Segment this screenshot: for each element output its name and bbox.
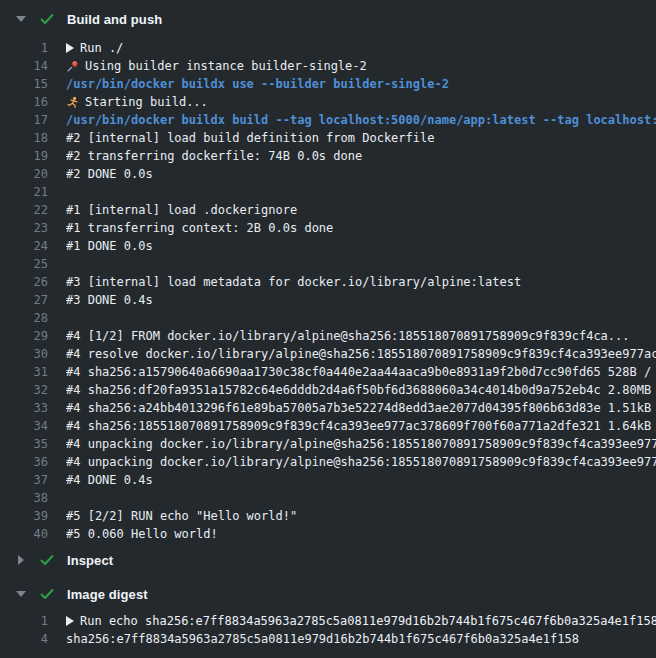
chevron-down-icon[interactable] [15,591,27,597]
log-text: Run echo sha256:e7ff8834a5963a2785c5a081… [80,614,656,628]
log-line: 29#4 [1/2] FROM docker.io/library/alpine… [0,327,656,345]
log-line: 20#2 DONE 0.0s [0,165,656,183]
log-text: #4 resolve docker.io/library/alpine@sha2… [66,347,656,361]
log-line-content: Starting build... [66,95,656,109]
line-number[interactable]: 33 [0,401,48,415]
line-number[interactable]: 28 [0,311,48,325]
line-number[interactable]: 19 [0,149,48,163]
line-number[interactable]: 25 [0,257,48,271]
log-line-content: #2 transferring dockerfile: 74B 0.0s don… [66,149,656,163]
line-number[interactable]: 29 [0,329,48,343]
log-text: #3 [internal] load metadata for docker.i… [66,275,521,289]
log-line: 31#4 sha256:a15790640a6690aa1730c38cf0a4… [0,363,656,381]
log-line-content: #3 [internal] load metadata for docker.i… [66,275,656,289]
line-number[interactable]: 18 [0,131,48,145]
pushpin-icon [66,60,79,73]
play-icon[interactable] [66,43,74,53]
log-line: 36#4 unpacking docker.io/library/alpine@… [0,453,656,471]
log-line-content: #4 sha256:185518070891758909c9f839cf4ca3… [66,419,656,433]
log-line: 18#2 [internal] load build definition fr… [0,129,656,147]
line-number[interactable]: 34 [0,419,48,433]
line-number[interactable]: 35 [0,437,48,451]
line-number[interactable]: 40 [0,527,48,541]
log-line-content: /usr/bin/docker buildx build --tag local… [66,113,656,127]
log-line-content: #5 0.060 Hello world! [66,527,656,541]
log-block-image-digest: 1Run echo sha256:e7ff8834a5963a2785c5a08… [0,612,656,648]
log-text: /usr/bin/docker buildx build --tag local… [66,113,656,127]
line-number[interactable]: 16 [0,95,48,109]
line-number[interactable]: 26 [0,275,48,289]
section-title: Image digest [67,587,148,602]
chevron-right-icon[interactable] [15,555,27,565]
success-check-icon [39,552,55,568]
line-number[interactable]: 30 [0,347,48,361]
section-header-image-digest[interactable]: Image digest [0,583,656,605]
log-line: 19#2 transferring dockerfile: 74B 0.0s d… [0,147,656,165]
log-line-content: #1 [internal] load .dockerignore [66,203,656,217]
line-number[interactable]: 39 [0,509,48,523]
log-line-content: #2 [internal] load build definition from… [66,131,656,145]
log-text: #1 transferring context: 2B 0.0s done [66,221,333,235]
log-line: 38 [0,489,656,507]
line-number[interactable]: 20 [0,167,48,181]
line-number[interactable]: 21 [0,185,48,199]
line-number[interactable]: 14 [0,59,48,73]
log-line-content: #4 unpacking docker.io/library/alpine@sh… [66,455,656,469]
log-line: 23#1 transferring context: 2B 0.0s done [0,219,656,237]
line-number[interactable]: 23 [0,221,48,235]
log-line-content: #4 DONE 0.4s [66,473,656,487]
actions-log-viewer: Build and push1Run ./14Using builder ins… [0,0,656,658]
log-line: 17/usr/bin/docker buildx build --tag loc… [0,111,656,129]
log-line-content: #4 unpacking docker.io/library/alpine@sh… [66,437,656,451]
line-number[interactable]: 1 [0,614,48,628]
line-number[interactable]: 32 [0,383,48,397]
section-header-build-and-push[interactable]: Build and push [0,8,656,30]
line-number[interactable]: 15 [0,77,48,91]
line-number[interactable]: 4 [0,632,48,646]
log-text: #4 unpacking docker.io/library/alpine@sh… [66,455,656,469]
section-header-inspect[interactable]: Inspect [0,549,656,571]
line-number[interactable]: 27 [0,293,48,307]
log-text: #4 sha256:a15790640a6690aa1730c38cf0a440… [66,365,656,379]
log-line: 35#4 unpacking docker.io/library/alpine@… [0,435,656,453]
success-check-icon [39,586,55,602]
log-text: #4 DONE 0.4s [66,473,153,487]
log-line: 26#3 [internal] load metadata for docker… [0,273,656,291]
log-text: Run ./ [80,41,123,55]
line-number[interactable]: 37 [0,473,48,487]
log-line: 22#1 [internal] load .dockerignore [0,201,656,219]
log-line-content: Using builder instance builder-single-2 [66,59,656,73]
log-line: 1Run echo sha256:e7ff8834a5963a2785c5a08… [0,612,656,630]
log-line: 37#4 DONE 0.4s [0,471,656,489]
line-number[interactable]: 22 [0,203,48,217]
log-line-content: #4 [1/2] FROM docker.io/library/alpine@s… [66,329,656,343]
log-line: 24#1 DONE 0.0s [0,237,656,255]
log-text: #4 sha256:a24bb4013296f61e89ba57005a7b3e… [66,401,656,415]
log-line: 40#5 0.060 Hello world! [0,525,656,543]
log-line: 21 [0,183,656,201]
line-number[interactable]: 31 [0,365,48,379]
log-line: 15/usr/bin/docker buildx use --builder b… [0,75,656,93]
log-line: 30#4 resolve docker.io/library/alpine@sh… [0,345,656,363]
log-text: #5 [2/2] RUN echo "Hello world!" [66,509,297,523]
log-line: 27#3 DONE 0.4s [0,291,656,309]
log-text: #2 DONE 0.0s [66,167,153,181]
log-text: #4 sha256:df20fa9351a15782c64e6dddb2d4a6… [66,383,656,397]
log-line: 32#4 sha256:df20fa9351a15782c64e6dddb2d4… [0,381,656,399]
log-block-build-and-push: 1Run ./14Using builder instance builder-… [0,39,656,543]
play-icon[interactable] [66,616,74,626]
section-title: Build and push [67,12,162,27]
chevron-down-icon[interactable] [15,16,27,22]
log-text: #3 DONE 0.4s [66,293,153,307]
line-number[interactable]: 36 [0,455,48,469]
log-line: 33#4 sha256:a24bb4013296f61e89ba57005a7b… [0,399,656,417]
line-number[interactable]: 1 [0,41,48,55]
log-text: #1 [internal] load .dockerignore [66,203,297,217]
line-number[interactable]: 24 [0,239,48,253]
section-title: Inspect [67,553,113,568]
line-number[interactable]: 17 [0,113,48,127]
line-number[interactable]: 38 [0,491,48,505]
log-line-content: #3 DONE 0.4s [66,293,656,307]
log-line-content: #4 sha256:a24bb4013296f61e89ba57005a7b3e… [66,401,656,415]
log-line: 1Run ./ [0,39,656,57]
